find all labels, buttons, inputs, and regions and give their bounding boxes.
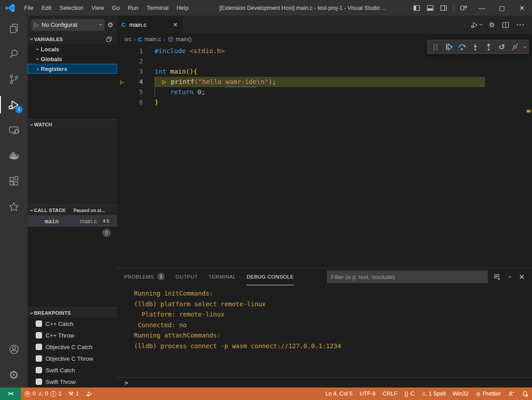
line-text[interactable]: return 0; [155,87,205,97]
sidebar-item-explorer[interactable] [0,16,28,41]
sidebar-item-search[interactable] [0,41,28,67]
formatter-status[interactable]: ⊘ Prettier [472,388,504,400]
encoding-indicator[interactable]: UTF-8 [356,388,379,400]
toolchain-status[interactable]: ⚒ 1 [65,388,83,400]
sidebar-item-run-and-debug[interactable]: 1 [0,92,28,117]
close-panel-icon[interactable]: ✕ [519,273,525,281]
tab-debug-console[interactable]: DEBUG CONSOLE [247,268,294,285]
more-actions-icon[interactable]: ··· [516,21,525,29]
toggle-sidebar-icon[interactable] [413,4,420,12]
breakpoint-margin[interactable] [117,87,131,97]
manage-button[interactable]: ⚙ [0,362,28,388]
code-line[interactable]: 5 return 0; [117,87,532,97]
code-line[interactable]: 6} [117,97,532,108]
breakpoint-row[interactable]: Objective C Catch [28,341,117,353]
notifications-button[interactable] [518,388,532,400]
language-mode[interactable]: {} C [401,388,418,400]
remote-indicator[interactable]: >< [0,388,21,400]
menu-edit[interactable]: Edit [38,4,55,11]
breakpoint-margin[interactable] [117,56,131,67]
menu-run[interactable]: Run [124,4,142,11]
line-text[interactable]: int main(){ [155,67,197,77]
run-or-debug-button[interactable]: › [470,21,482,29]
eol-indicator[interactable]: CRLF [379,388,401,400]
step-out-button[interactable] [483,42,494,52]
menu-help[interactable]: Help [172,4,193,11]
debug-configuration-dropdown[interactable]: ▷ No Configurat › [31,19,105,31]
debug-status[interactable] [82,388,96,400]
variables-item-registers[interactable]: › Registers [28,64,117,74]
continue-button[interactable] [444,42,454,52]
toggle-panel-icon[interactable] [427,4,434,12]
menu-selection[interactable]: Selection [55,4,87,11]
menu-terminal[interactable]: Terminal [142,4,172,11]
sidebar-item-extensions[interactable] [0,168,28,194]
cursor-position[interactable]: Ln 4, Col 5 [322,388,356,400]
toggle-secondary-sidebar-icon[interactable] [440,4,447,12]
minimize-button[interactable]: — [472,0,492,16]
collapse-all-icon[interactable] [106,36,112,42]
breakpoint-margin[interactable]: ▷ [117,77,131,87]
toolbar-drag-handle[interactable] [430,42,441,52]
code-line[interactable]: ▷4 ▷printf("hello wamr-ide\n"); [117,77,532,87]
tab-output[interactable]: OUTPUT [176,268,198,285]
breakpoint-checkbox[interactable] [36,367,42,373]
step-into-button[interactable] [470,42,481,52]
breadcrumb-symbol[interactable]: main() [176,36,192,42]
sidebar-item-docker[interactable] [0,143,28,168]
thread-row[interactable]: 0 [28,227,117,238]
breakpoint-checkbox[interactable] [36,332,42,338]
close-button[interactable]: ✕ [512,0,532,16]
step-over-button[interactable] [457,42,467,52]
breakpoint-margin[interactable] [117,46,131,56]
code-editor[interactable]: 1#include <stdio.h>23int main(){▷4 ▷prin… [117,45,532,268]
line-text[interactable]: } [155,97,159,108]
tab-main-c[interactable]: C main.c ✕ [117,16,182,34]
stack-frame-row[interactable]: main main.c 4:5 [28,215,117,227]
breakpoint-row[interactable]: Objective C Throw [28,353,117,364]
breakpoint-row[interactable]: C++ Catch [28,318,117,329]
spell-checker-status[interactable]: ⚠ 1 Spell [418,388,449,400]
menu-file[interactable]: File [20,4,38,11]
variables-item-locals[interactable]: › Locals [28,44,117,54]
variables-item-globals[interactable]: › Globals [28,54,117,64]
breadcrumb-folder[interactable]: src [124,36,132,42]
breakpoint-row[interactable]: Swift Catch [28,364,117,376]
breakpoint-margin[interactable] [117,67,131,77]
tab-terminal[interactable]: TERMINAL [209,268,236,285]
sidebar-item-remote-explorer[interactable] [0,117,28,143]
sidebar-item-source-control[interactable] [0,67,28,92]
line-text[interactable]: #include <stdio.h> [155,46,225,56]
call-stack-header[interactable]: › CALL STACK Paused on st... [28,205,117,215]
line-text[interactable]: ▷printf("hello wamr-ide\n"); [155,77,485,87]
maximize-panel-icon[interactable]: › [506,275,513,278]
customize-layout-icon[interactable] [460,4,467,12]
debug-session-chevron-icon[interactable]: › [521,46,528,48]
launch-config-gear-icon[interactable]: ⚙ [108,21,113,29]
menu-go[interactable]: Go [108,4,124,11]
feedback-button[interactable] [504,388,518,400]
breadcrumb-file[interactable]: main.c [144,36,161,42]
clear-console-icon[interactable] [493,273,500,280]
console-filter-input[interactable] [327,271,488,283]
breakpoints-header[interactable]: › BREAKPOINTS [28,308,117,318]
breakpoint-checkbox[interactable] [36,321,42,327]
breakpoint-margin[interactable] [117,97,131,108]
breakpoint-checkbox[interactable] [36,355,42,362]
breakpoint-checkbox[interactable] [36,379,42,385]
variables-header[interactable]: › VARIABLES [28,34,117,44]
problems-status[interactable]: ✕ 0 ⚠ 0 i 1 [21,388,65,400]
tab-problems[interactable]: PROBLEMS 1 [124,268,165,285]
debug-console-input[interactable]: > [117,377,532,388]
breakpoint-checkbox[interactable] [36,344,42,350]
sidebar-item-favorites[interactable] [0,194,28,219]
maximize-button[interactable]: ▢ [492,0,512,16]
code-line[interactable]: 2 [117,56,532,67]
platform-indicator[interactable]: Win32 [449,388,472,400]
breakpoint-row[interactable]: Swift Throw [28,376,117,388]
accounts-button[interactable] [0,337,28,362]
menu-view[interactable]: View [88,4,108,11]
code-line[interactable]: 3int main(){ [117,67,532,77]
restart-button[interactable]: ↺ [497,42,507,52]
watch-header[interactable]: › WATCH [28,119,117,129]
